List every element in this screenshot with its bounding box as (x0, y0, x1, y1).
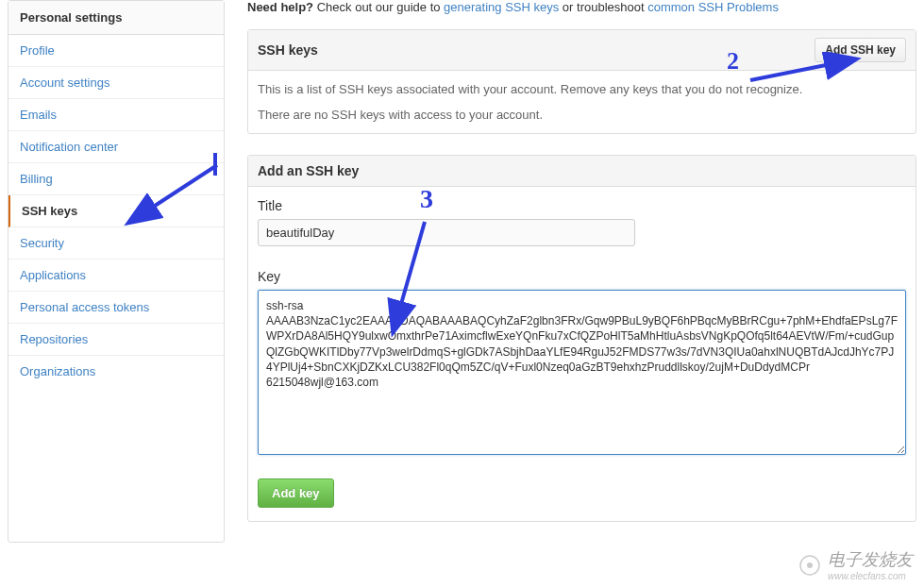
ssh-keys-panel-header: SSH keys Add SSH key (248, 30, 916, 71)
add-ssh-key-button[interactable]: Add SSH key (815, 38, 906, 62)
help-line: Need help? Check out our guide to genera… (247, 0, 916, 14)
sidebar-item-security[interactable]: Security (8, 227, 224, 260)
add-ssh-key-panel: Add an SSH key Title Key Add key (247, 155, 916, 522)
sidebar-item-repositories[interactable]: Repositories (8, 324, 224, 356)
ssh-keys-panel: SSH keys Add SSH key This is a list of S… (247, 29, 916, 134)
main-content: Need help? Check out our guide to genera… (247, 0, 916, 543)
watermark-text: 电子发烧友 (828, 548, 913, 571)
help-text-2: or troubleshoot (559, 0, 647, 14)
svg-point-8 (807, 562, 813, 568)
link-common-ssh-problems[interactable]: common SSH Problems (647, 0, 779, 14)
ssh-keys-desc: This is a list of SSH keys associated wi… (258, 82, 906, 96)
help-prefix: Need help? (247, 0, 313, 14)
watermark: 电子发烧友 www.elecfans.com (798, 548, 913, 581)
sidebar-item-notification-center[interactable]: Notification center (8, 131, 224, 163)
sidebar: Personal settings Profile Account settin… (8, 0, 225, 543)
help-text-1: Check out our guide to (313, 0, 444, 14)
key-field: Key (248, 258, 916, 469)
title-input[interactable] (258, 219, 635, 246)
link-generating-ssh-keys[interactable]: generating SSH keys (444, 0, 559, 14)
watermark-url: www.elecfans.com (828, 571, 913, 581)
sidebar-item-account-settings[interactable]: Account settings (8, 67, 224, 99)
watermark-icon (798, 553, 822, 578)
sidebar-item-emails[interactable]: Emails (8, 99, 224, 131)
sidebar-item-personal-access-tokens[interactable]: Personal access tokens (8, 292, 224, 324)
sidebar-header: Personal settings (8, 1, 224, 35)
ssh-keys-empty: There are no SSH keys with access to you… (258, 108, 906, 122)
sidebar-item-applications[interactable]: Applications (8, 260, 224, 292)
key-label: Key (258, 269, 906, 284)
ssh-keys-panel-body: This is a list of SSH keys associated wi… (248, 71, 916, 133)
sidebar-item-billing[interactable]: Billing (8, 163, 224, 195)
ssh-keys-title: SSH keys (258, 42, 318, 58)
sidebar-item-profile[interactable]: Profile (8, 35, 224, 67)
add-ssh-key-title: Add an SSH key (258, 163, 359, 178)
svg-point-7 (800, 556, 819, 575)
title-field: Title (248, 187, 916, 258)
sidebar-item-organizations[interactable]: Organizations (8, 356, 224, 387)
add-key-submit-button[interactable]: Add key (258, 478, 334, 508)
title-label: Title (258, 198, 906, 213)
key-textarea[interactable] (258, 290, 906, 455)
add-ssh-key-panel-header: Add an SSH key (248, 156, 916, 187)
sidebar-item-ssh-keys[interactable]: SSH keys (8, 195, 224, 227)
